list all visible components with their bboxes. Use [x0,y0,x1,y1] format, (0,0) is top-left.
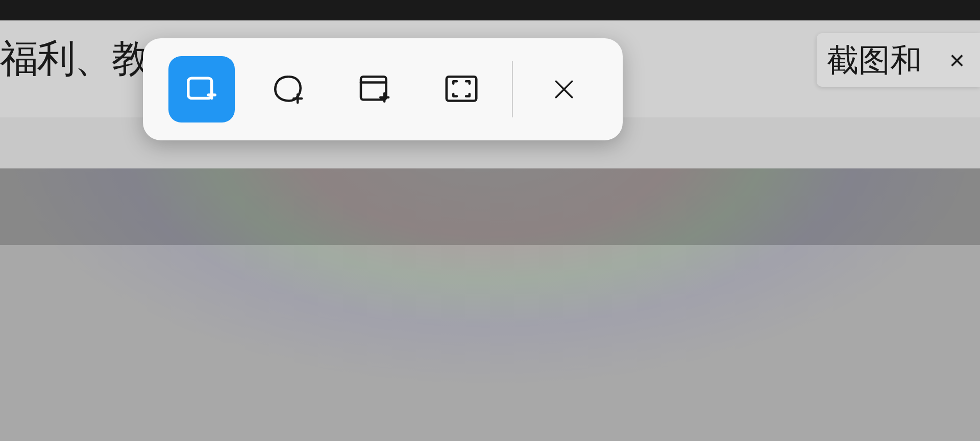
close-icon [546,71,582,108]
freeform-snip-icon [270,71,306,108]
notification-text: 截图和 [827,39,944,82]
window-snip-button[interactable] [331,54,418,125]
window-snip-icon [356,71,393,108]
screenshot-mode-toolbar [143,38,623,140]
rectangle-snip-button[interactable] [168,56,235,122]
background-region-4 [0,245,980,441]
fullscreen-snip-button[interactable] [418,54,505,125]
notification-panel: 截图和 × [817,33,980,87]
freeform-snip-button[interactable] [245,54,332,125]
fullscreen-snip-icon [443,71,480,108]
background-region-3 [0,168,980,245]
window-top-border [0,0,980,20]
toolbar-separator [512,61,513,117]
rectangle-snip-icon [183,71,220,108]
notification-close-button[interactable]: × [944,45,970,76]
svg-rect-9 [446,77,476,101]
toolbar-close-button[interactable] [521,54,607,125]
